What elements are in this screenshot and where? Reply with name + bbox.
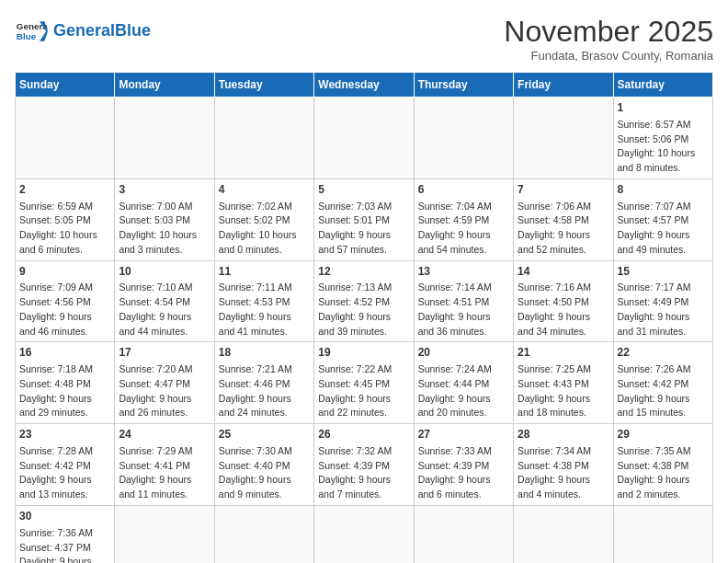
day-number: 6 [418, 182, 509, 198]
day-number: 17 [119, 345, 210, 361]
calendar-cell: 3Sunrise: 7:00 AM Sunset: 5:03 PM Daylig… [115, 178, 214, 260]
day-info: Sunrise: 7:32 AM Sunset: 4:39 PM Dayligh… [318, 444, 409, 502]
header: General Blue GeneralBlue November 2025 F… [15, 15, 713, 63]
day-number: 25 [219, 427, 310, 442]
day-info: Sunrise: 7:09 AM Sunset: 4:56 PM Dayligh… [19, 281, 110, 339]
day-info: Sunrise: 7:02 AM Sunset: 5:02 PM Dayligh… [219, 200, 310, 258]
calendar-cell: 25Sunrise: 7:30 AM Sunset: 4:40 PM Dayli… [214, 424, 313, 506]
logo-text: GeneralBlue [53, 21, 151, 41]
calendar-cell: 17Sunrise: 7:20 AM Sunset: 4:47 PM Dayli… [115, 342, 214, 424]
day-number: 16 [19, 345, 110, 361]
calendar-cell: 1Sunrise: 6:57 AM Sunset: 5:06 PM Daylig… [613, 98, 712, 179]
calendar-cell: 12Sunrise: 7:13 AM Sunset: 4:52 PM Dayli… [314, 260, 414, 342]
calendar-cell [613, 505, 712, 563]
calendar-cell: 11Sunrise: 7:11 AM Sunset: 4:53 PM Dayli… [214, 260, 313, 342]
calendar-cell: 27Sunrise: 7:33 AM Sunset: 4:39 PM Dayli… [414, 424, 513, 506]
calendar-cell: 28Sunrise: 7:34 AM Sunset: 4:38 PM Dayli… [514, 424, 613, 506]
day-number: 27 [418, 427, 509, 442]
day-info: Sunrise: 6:57 AM Sunset: 5:06 PM Dayligh… [618, 118, 709, 176]
calendar-week-5: 30Sunrise: 7:36 AM Sunset: 4:37 PM Dayli… [16, 505, 713, 563]
calendar-cell [514, 505, 613, 563]
day-number: 5 [318, 182, 409, 198]
weekday-header-sunday: Sunday [16, 73, 115, 98]
calendar-week-0: 1Sunrise: 6:57 AM Sunset: 5:06 PM Daylig… [16, 98, 713, 179]
calendar-cell: 30Sunrise: 7:36 AM Sunset: 4:37 PM Dayli… [16, 505, 115, 563]
location-subtitle: Fundata, Brasov County, Romania [504, 49, 713, 63]
weekday-row: SundayMondayTuesdayWednesdayThursdayFrid… [16, 73, 713, 98]
calendar-cell: 20Sunrise: 7:24 AM Sunset: 4:44 PM Dayli… [414, 342, 513, 424]
calendar-cell [414, 505, 513, 563]
calendar-header: SundayMondayTuesdayWednesdayThursdayFrid… [16, 73, 713, 98]
weekday-header-tuesday: Tuesday [214, 73, 313, 98]
calendar-body: 1Sunrise: 6:57 AM Sunset: 5:06 PM Daylig… [16, 98, 713, 564]
day-number: 1 [618, 100, 709, 116]
day-number: 11 [219, 264, 310, 280]
day-number: 23 [19, 427, 110, 442]
logo-blue: Blue [115, 21, 151, 40]
day-info: Sunrise: 7:17 AM Sunset: 4:49 PM Dayligh… [618, 281, 709, 339]
day-number: 19 [318, 345, 409, 361]
day-info: Sunrise: 7:24 AM Sunset: 4:44 PM Dayligh… [418, 362, 509, 420]
calendar-cell [214, 505, 313, 563]
day-info: Sunrise: 7:25 AM Sunset: 4:43 PM Dayligh… [518, 362, 609, 420]
day-number: 29 [618, 427, 709, 442]
weekday-header-saturday: Saturday [613, 73, 712, 98]
day-number: 18 [219, 345, 310, 361]
day-info: Sunrise: 7:04 AM Sunset: 4:59 PM Dayligh… [418, 200, 509, 258]
day-info: Sunrise: 7:33 AM Sunset: 4:39 PM Dayligh… [418, 444, 509, 502]
calendar-cell: 10Sunrise: 7:10 AM Sunset: 4:54 PM Dayli… [115, 260, 214, 342]
weekday-header-friday: Friday [514, 73, 613, 98]
weekday-header-wednesday: Wednesday [314, 73, 414, 98]
day-info: Sunrise: 7:14 AM Sunset: 4:51 PM Dayligh… [418, 281, 509, 339]
calendar-cell: 8Sunrise: 7:07 AM Sunset: 4:57 PM Daylig… [613, 178, 712, 260]
month-title: November 2025 [504, 15, 713, 49]
calendar-cell [214, 98, 313, 179]
day-info: Sunrise: 7:13 AM Sunset: 4:52 PM Dayligh… [318, 281, 409, 339]
day-number: 3 [119, 182, 210, 198]
calendar-cell [514, 98, 613, 179]
title-area: November 2025 Fundata, Brasov County, Ro… [504, 15, 713, 63]
calendar-week-1: 2Sunrise: 6:59 AM Sunset: 5:05 PM Daylig… [16, 178, 713, 260]
day-number: 12 [318, 264, 409, 280]
calendar-cell: 13Sunrise: 7:14 AM Sunset: 4:51 PM Dayli… [414, 260, 513, 342]
day-number: 8 [618, 182, 709, 198]
day-number: 4 [219, 182, 310, 198]
calendar-cell: 9Sunrise: 7:09 AM Sunset: 4:56 PM Daylig… [16, 260, 115, 342]
calendar-cell: 19Sunrise: 7:22 AM Sunset: 4:45 PM Dayli… [314, 342, 414, 424]
weekday-header-monday: Monday [115, 73, 214, 98]
day-info: Sunrise: 7:21 AM Sunset: 4:46 PM Dayligh… [219, 362, 310, 420]
day-info: Sunrise: 7:34 AM Sunset: 4:38 PM Dayligh… [518, 444, 609, 502]
calendar-cell: 7Sunrise: 7:06 AM Sunset: 4:58 PM Daylig… [514, 178, 613, 260]
day-number: 30 [19, 509, 110, 524]
calendar-cell [314, 505, 414, 563]
logo-general: General [53, 21, 115, 40]
day-info: Sunrise: 7:28 AM Sunset: 4:42 PM Dayligh… [19, 444, 110, 502]
day-number: 2 [19, 182, 110, 198]
day-info: Sunrise: 7:22 AM Sunset: 4:45 PM Dayligh… [318, 362, 409, 420]
calendar-cell: 15Sunrise: 7:17 AM Sunset: 4:49 PM Dayli… [613, 260, 712, 342]
calendar-cell: 26Sunrise: 7:32 AM Sunset: 4:39 PM Dayli… [314, 424, 414, 506]
day-number: 26 [318, 427, 409, 442]
calendar-cell: 4Sunrise: 7:02 AM Sunset: 5:02 PM Daylig… [214, 178, 313, 260]
calendar-cell: 23Sunrise: 7:28 AM Sunset: 4:42 PM Dayli… [16, 424, 115, 506]
calendar-week-3: 16Sunrise: 7:18 AM Sunset: 4:48 PM Dayli… [16, 342, 713, 424]
day-info: Sunrise: 7:18 AM Sunset: 4:48 PM Dayligh… [19, 362, 110, 420]
day-number: 10 [119, 264, 210, 280]
calendar-cell [414, 98, 513, 179]
day-info: Sunrise: 7:07 AM Sunset: 4:57 PM Dayligh… [618, 200, 709, 258]
calendar-cell: 22Sunrise: 7:26 AM Sunset: 4:42 PM Dayli… [613, 342, 712, 424]
calendar-cell: 16Sunrise: 7:18 AM Sunset: 4:48 PM Dayli… [16, 342, 115, 424]
day-number: 28 [518, 427, 609, 442]
day-number: 9 [19, 264, 110, 280]
logo: General Blue GeneralBlue [15, 15, 151, 48]
day-number: 20 [418, 345, 509, 361]
calendar-cell [16, 98, 115, 179]
day-number: 13 [418, 264, 509, 280]
calendar-cell: 21Sunrise: 7:25 AM Sunset: 4:43 PM Dayli… [514, 342, 613, 424]
day-info: Sunrise: 7:30 AM Sunset: 4:40 PM Dayligh… [219, 444, 310, 502]
day-info: Sunrise: 7:11 AM Sunset: 4:53 PM Dayligh… [219, 281, 310, 339]
calendar-cell: 18Sunrise: 7:21 AM Sunset: 4:46 PM Dayli… [214, 342, 313, 424]
calendar-week-4: 23Sunrise: 7:28 AM Sunset: 4:42 PM Dayli… [16, 424, 713, 506]
day-number: 7 [518, 182, 609, 198]
day-info: Sunrise: 7:36 AM Sunset: 4:37 PM Dayligh… [19, 526, 110, 563]
